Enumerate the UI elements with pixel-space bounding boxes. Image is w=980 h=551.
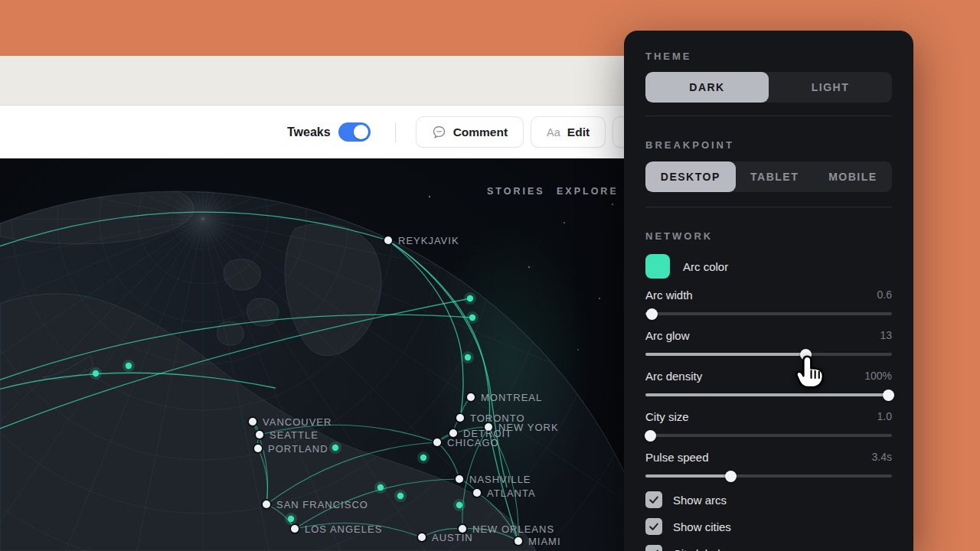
slider-thumb[interactable] bbox=[800, 349, 812, 360]
pole-glow bbox=[172, 188, 234, 249]
breakpoint-option-mobile[interactable]: MOBILE bbox=[814, 161, 892, 192]
checkbox-label: City labels bbox=[673, 547, 726, 551]
theme-section-title: THEME bbox=[645, 51, 892, 62]
city-label: MIAMI bbox=[528, 536, 561, 547]
city-label: ATLANTA bbox=[487, 487, 536, 499]
checkbox-checked-icon[interactable] bbox=[645, 545, 662, 551]
city-labels-checkbox-row[interactable]: City labels bbox=[645, 545, 892, 551]
city-label: CHICAGO bbox=[447, 437, 499, 448]
checkbox-label: Show arcs bbox=[673, 494, 727, 507]
checkbox-label: Show cities bbox=[673, 520, 731, 533]
theme-option-dark[interactable]: DARK bbox=[645, 72, 769, 103]
slider-thumb[interactable] bbox=[725, 471, 737, 482]
toolbar-divider bbox=[395, 122, 396, 142]
city-label: SEATTLE bbox=[270, 429, 318, 441]
slider-value: 0.6 bbox=[877, 289, 892, 301]
comment-bubble-icon bbox=[432, 125, 446, 139]
arc-density-slider[interactable] bbox=[645, 390, 892, 400]
edit-button-label: Edit bbox=[567, 126, 590, 139]
edit-button[interactable]: Aa Edit bbox=[531, 116, 606, 148]
slider-value: 3.4s bbox=[872, 451, 892, 463]
section-divider bbox=[645, 207, 892, 207]
city-label: AUSTIN bbox=[432, 532, 473, 543]
slider-value: 1.0 bbox=[877, 410, 892, 422]
city-label: SAN FRANCISCO bbox=[276, 499, 368, 510]
city-label: REYKJAVIK bbox=[398, 235, 459, 246]
breakpoint-option-desktop[interactable]: DESKTOP bbox=[645, 161, 736, 192]
tweaks-panel: THEME DARK LIGHT BREAKPOINT DESKTOP TABL… bbox=[624, 31, 913, 551]
city-size-slider[interactable] bbox=[645, 430, 892, 441]
slider-value: 100% bbox=[864, 370, 892, 382]
arc-glow-slider-row: Arc glow 13 bbox=[645, 328, 892, 360]
city-label: PORTLAND bbox=[268, 443, 328, 455]
slider-label: Arc glow bbox=[645, 329, 690, 342]
slider-label: Arc width bbox=[645, 289, 693, 302]
comment-button-label: Comment bbox=[453, 126, 508, 139]
nav-stories[interactable]: STORIES bbox=[487, 186, 545, 197]
city-label: MONTREAL bbox=[481, 392, 542, 403]
toggle-knob bbox=[354, 125, 368, 139]
theme-option-light[interactable]: LIGHT bbox=[769, 72, 892, 103]
arc-density-slider-row: Arc density 100% bbox=[645, 369, 892, 400]
slider-thumb[interactable] bbox=[645, 430, 656, 442]
network-section-title: NETWORK bbox=[645, 230, 892, 242]
city-marker[interactable]: NEW ORLEANS bbox=[457, 523, 554, 535]
arc-color-label: Arc color bbox=[683, 260, 728, 273]
checkbox-checked-icon[interactable] bbox=[645, 518, 662, 535]
slider-value: 13 bbox=[880, 329, 892, 341]
show-arcs-checkbox-row[interactable]: Show arcs bbox=[645, 491, 892, 508]
section-divider bbox=[645, 116, 892, 116]
slider-label: Pulse speed bbox=[645, 451, 709, 464]
breakpoint-segmented-control: DESKTOP TABLET MOBILE bbox=[645, 161, 892, 192]
city-marker[interactable]: MIAMI bbox=[513, 536, 561, 547]
slider-thumb[interactable] bbox=[883, 390, 894, 401]
city-size-slider-row: City size 1.0 bbox=[645, 409, 892, 441]
slider-thumb[interactable] bbox=[646, 308, 658, 320]
breakpoint-section-title: BREAKPOINT bbox=[645, 139, 892, 151]
arc-color-swatch[interactable] bbox=[645, 254, 670, 279]
atmosphere-glow bbox=[425, 220, 593, 510]
comment-button[interactable]: Comment bbox=[416, 116, 524, 148]
text-style-icon: Aa bbox=[547, 126, 560, 139]
city-label: LOS ANGELES bbox=[305, 523, 382, 535]
city-label: NEW ORLEANS bbox=[472, 523, 554, 535]
city-label: NASHVILLE bbox=[469, 474, 531, 485]
slider-label: City size bbox=[645, 410, 689, 423]
theme-segmented-control: DARK LIGHT bbox=[645, 72, 892, 103]
breakpoint-option-tablet[interactable]: TABLET bbox=[736, 161, 814, 192]
city-label: VANCOUVER bbox=[263, 416, 332, 428]
checkbox-checked-icon[interactable] bbox=[645, 491, 662, 508]
pulse-speed-slider-row: Pulse speed 3.4s bbox=[645, 450, 892, 481]
slider-label: Arc density bbox=[645, 370, 702, 383]
arc-glow-slider[interactable] bbox=[645, 349, 892, 360]
tweaks-label: Tweaks bbox=[287, 126, 331, 139]
arc-width-slider-row: Arc width 0.6 bbox=[645, 288, 892, 319]
city-marker[interactable]: SAN FRANCISCO bbox=[261, 499, 368, 510]
pulse-speed-slider[interactable] bbox=[645, 471, 892, 481]
arc-width-slider[interactable] bbox=[645, 308, 892, 319]
tweaks-toggle[interactable] bbox=[338, 122, 371, 142]
show-cities-checkbox-row[interactable]: Show cities bbox=[645, 518, 892, 535]
nav-explore[interactable]: EXPLORE bbox=[557, 186, 619, 197]
